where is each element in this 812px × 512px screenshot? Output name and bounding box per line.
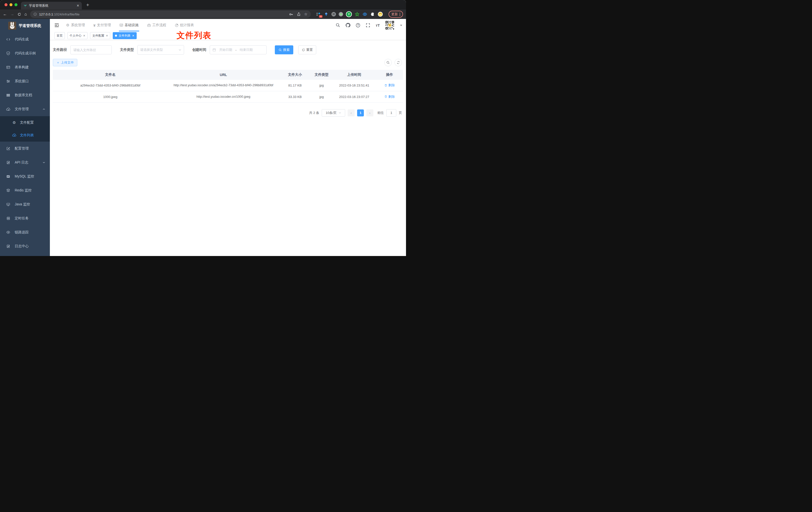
sidebar-item-system-api[interactable]: 系统接口 (0, 74, 50, 88)
extension-badge: 11 (319, 15, 322, 18)
close-icon[interactable]: ✕ (132, 34, 134, 37)
close-icon[interactable]: ✕ (83, 34, 85, 37)
file-path-input[interactable] (70, 46, 112, 54)
top-menu-workflow[interactable]: 工作流程 (147, 19, 166, 31)
current-page-button[interactable]: 1 (357, 110, 364, 116)
cell-size: 33.33 KB (279, 95, 311, 99)
reset-button[interactable]: 重置 (298, 46, 316, 54)
back-icon[interactable]: ← (3, 12, 7, 16)
infra-icon (119, 24, 123, 27)
sliders-icon (6, 79, 10, 83)
extension-gem-icon[interactable] (324, 12, 329, 17)
extension-star-icon[interactable] (355, 12, 359, 17)
cell-type: jpg (311, 84, 332, 87)
browser-tab[interactable]: 芋道管理系统 ✕ (21, 2, 82, 9)
table-tools (384, 59, 402, 66)
page-size-select[interactable]: 10条/页 (322, 109, 345, 117)
tags-view-bar: 首页 个人中心✕ 文件配置✕ 文件列表✕ (50, 31, 406, 40)
goto-page-input[interactable] (386, 109, 396, 117)
prev-page-button[interactable]: ‹ (348, 110, 355, 116)
url-bar[interactable]: 127.0.0.1:1024/infra/file/file ☆ (30, 10, 311, 18)
browser-update-button[interactable]: 更新 (388, 11, 403, 18)
cell-size: 81.17 KB (279, 84, 311, 87)
layers-icon (6, 188, 10, 192)
browser-menu-dots-icon[interactable] (400, 13, 400, 16)
chevron-down-icon (339, 112, 341, 114)
extension-command-icon[interactable]: ⌘ (331, 12, 336, 17)
delete-button[interactable]: 删除 (384, 83, 395, 88)
search-icon[interactable] (336, 23, 340, 27)
svg-text:?: ? (357, 24, 359, 27)
date-range-picker[interactable]: 开始日期 - 结束日期 (210, 46, 267, 54)
upload-file-button[interactable]: ＋ 上传文件 (53, 59, 77, 66)
pagination: 共 2 条 10条/页 ‹ 1 › 前往 页 (50, 109, 402, 117)
sidebar-item-tracing[interactable]: 链路追踪 (0, 225, 50, 239)
table-row: a294ecb2-73dd-4353-bf40-296b8931d0bf htt… (53, 80, 403, 91)
sidebar-item-mysql-monitor[interactable]: MySQL 监控 (0, 170, 50, 183)
new-tab-button[interactable]: ＋ (85, 1, 90, 8)
sidebar-item-file-manage[interactable]: 文件管理 (0, 102, 50, 116)
top-menu-system[interactable]: ⚙系统管理 (66, 19, 85, 31)
report-icon (175, 24, 179, 27)
home-icon[interactable]: ⌂ (24, 12, 27, 16)
sidebar-item-scheduled-task[interactable]: 定时任务 (0, 211, 50, 225)
password-key-icon[interactable] (289, 12, 293, 17)
refresh-table-button[interactable] (395, 59, 402, 66)
sidebar-item-config-manage[interactable]: 配置管理 (0, 142, 50, 155)
sidebar-item-code-gen[interactable]: 代码生成 (0, 32, 50, 47)
fullscreen-icon[interactable] (366, 23, 370, 28)
top-menu-report[interactable]: 统计报表 (175, 19, 194, 31)
file-type-select[interactable]: 请选择文件类型 (137, 45, 184, 55)
sidebar-item-db-doc[interactable]: 数据库文档 (0, 88, 50, 102)
extension-eye-icon[interactable] (362, 12, 367, 17)
sidebar-item-code-demo[interactable]: 代码生成示例 (0, 47, 50, 60)
sidebar-item-file-config[interactable]: ⚙文件配置 (0, 116, 50, 129)
col-header-filename: 文件名 (53, 72, 168, 77)
tab-close-icon[interactable]: ✕ (77, 4, 79, 7)
github-icon[interactable] (345, 23, 350, 28)
top-menu-payment[interactable]: ¥支付管理 (93, 19, 111, 31)
top-menu-infrastructure[interactable]: 基础设施 (119, 19, 139, 31)
sidebar-item-log-center[interactable]: 日志中心 (0, 239, 50, 253)
minimize-window-button[interactable] (9, 3, 12, 6)
delete-button[interactable]: 删除 (384, 94, 395, 99)
forward-icon[interactable]: → (10, 12, 14, 16)
tag-file-config[interactable]: 文件配置✕ (90, 32, 110, 39)
close-icon[interactable]: ✕ (106, 34, 108, 37)
share-icon[interactable] (297, 12, 301, 16)
tag-profile[interactable]: 个人中心✕ (67, 32, 88, 39)
extension-greendot-icon[interactable] (339, 12, 343, 17)
main-area: ⚙系统管理 ¥支付管理 基础设施 工作流程 统计报表 ? ᴛT 首页 (50, 19, 406, 256)
cell-time: 2022-03-16 23:07:27 (332, 95, 376, 99)
reload-icon[interactable] (18, 12, 21, 16)
extensions-puzzle-icon[interactable] (370, 12, 375, 17)
tag-home[interactable]: 首页 (54, 32, 65, 39)
sidebar-item-redis-monitor[interactable]: Redis 监控 (0, 183, 50, 198)
profile-emoji-avatar[interactable] (378, 12, 383, 17)
next-page-button[interactable]: › (366, 110, 373, 116)
extension-tabs-icon[interactable]: 11 (316, 12, 321, 17)
bookmark-star-icon[interactable]: ☆ (304, 12, 308, 17)
search-button[interactable]: 搜索 (275, 46, 293, 54)
app-logo-rabbit (8, 22, 16, 30)
workflow-icon (147, 24, 151, 27)
zoom-window-button[interactable] (14, 3, 18, 6)
sidebar-item-java-monitor[interactable]: Java 监控 (0, 198, 50, 211)
table-filled-icon (6, 93, 10, 97)
sidebar-collapse-icon[interactable] (54, 23, 59, 28)
file-type-label: 文件类型 (120, 48, 134, 52)
site-info-icon[interactable] (33, 12, 37, 16)
sidebar-item-file-list[interactable]: 文件列表 (0, 129, 50, 142)
sidebar-item-form-builder[interactable]: 表单构建 (0, 60, 50, 74)
help-icon[interactable]: ? (356, 23, 360, 28)
sidebar-logo-row[interactable]: 芋道管理系统 (0, 19, 50, 32)
refresh-icon (302, 48, 305, 52)
close-window-button[interactable] (4, 3, 7, 6)
font-size-icon[interactable]: ᴛT (376, 23, 380, 27)
extension-y-icon[interactable]: Y (346, 11, 352, 17)
user-avatar-qr[interactable] (385, 21, 395, 30)
tag-file-list[interactable]: 文件列表✕ (113, 32, 137, 39)
sidebar-item-api-log[interactable]: API 日志 (0, 155, 50, 170)
avatar-caret-down-icon[interactable] (400, 24, 403, 27)
show-search-toggle-button[interactable] (384, 59, 392, 66)
